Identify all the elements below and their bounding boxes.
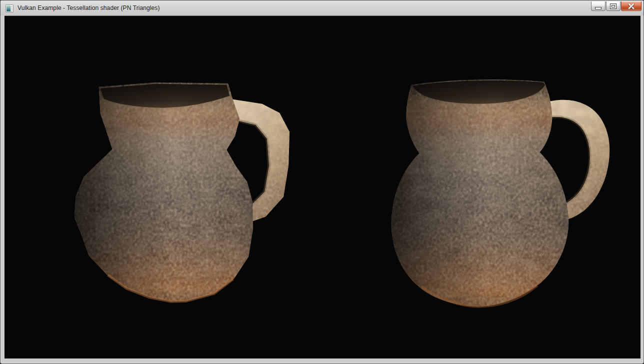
app-icon-lines <box>10 6 12 12</box>
window-title: Vulkan Example - Tessellation shader (PN… <box>18 4 160 12</box>
app-icon-picture <box>6 6 10 12</box>
minimize-button[interactable] <box>591 2 606 11</box>
close-button[interactable] <box>621 2 642 11</box>
maximize-icon <box>610 4 616 9</box>
window-controls <box>590 2 642 11</box>
tessellation-scene <box>4 16 640 358</box>
app-window-icon[interactable] <box>6 4 14 12</box>
jug-low-poly <box>71 76 293 306</box>
minimize-icon <box>595 7 602 10</box>
titlebar[interactable]: Vulkan Example - Tessellation shader (PN… <box>0 0 644 16</box>
close-icon <box>628 4 634 9</box>
jug-tessellated <box>388 74 612 310</box>
vulkan-example-window: Vulkan Example - Tessellation shader (PN… <box>0 0 644 364</box>
render-viewport[interactable] <box>4 16 640 358</box>
maximize-button[interactable] <box>606 2 620 11</box>
